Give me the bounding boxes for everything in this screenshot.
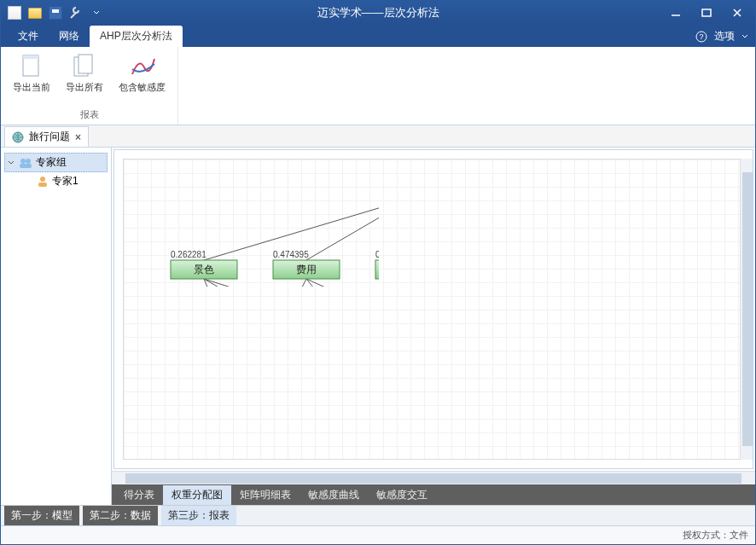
step-tabs: 第一步：模型第二步：数据第三步：报表	[1, 505, 755, 525]
main-area: 专家组 专家1	[1, 148, 755, 505]
tree-node-label: 专家组	[36, 155, 67, 170]
menu-tab-ahp[interactable]: AHP层次分析法	[90, 26, 183, 47]
menu-tab-file[interactable]: 文件	[8, 26, 49, 47]
user-icon	[37, 176, 49, 188]
ribbon-item-label: 导出当前	[13, 81, 50, 94]
ribbon: 导出当前导出所有包含敏感度 报表	[1, 47, 755, 125]
tree-node-label: 专家1	[52, 174, 79, 188]
maximize-icon	[701, 8, 712, 18]
svg-point-12	[40, 177, 45, 182]
close-button[interactable]	[723, 4, 752, 21]
step-tab[interactable]: 第三步：报表	[161, 506, 236, 525]
app-window: 迈实学术——层次分析法 文件网络AHP层次分析法 ? 选项 导出当前导出所有包含…	[0, 0, 756, 545]
tools-icon	[69, 6, 83, 20]
globe-icon	[12, 131, 24, 143]
ribbon-group-report: 导出当前导出所有包含敏感度 报表	[1, 47, 178, 125]
svg-rect-13	[38, 183, 47, 187]
ribbon-item-label: 包含敏感度	[119, 81, 166, 94]
folder-open-icon	[28, 8, 42, 19]
qat-tools-button[interactable]	[67, 4, 84, 21]
inner-tab[interactable]: 得分表	[115, 485, 163, 505]
qat-open-button[interactable]	[26, 4, 44, 21]
inner-tab[interactable]: 敏感度曲线	[299, 485, 368, 505]
group-icon	[19, 157, 32, 169]
svg-point-9	[20, 159, 26, 164]
qat-save-button[interactable]	[47, 4, 64, 21]
window-controls	[661, 4, 755, 21]
pages-icon	[71, 52, 98, 79]
node-weight: 0.474395	[273, 250, 309, 259]
node-weight: 0.262281	[171, 250, 206, 259]
step-tab[interactable]: 第一步：模型	[4, 506, 79, 525]
document-tab-label: 旅行问题	[29, 130, 70, 144]
status-bar: 授权方式：文件	[1, 525, 755, 544]
vertical-scrollbar[interactable]	[740, 159, 753, 460]
status-auth: 授权方式：文件	[683, 529, 748, 542]
minimize-icon	[671, 8, 681, 18]
page-icon	[18, 52, 45, 79]
svg-rect-11	[20, 164, 32, 168]
inner-tab[interactable]: 权重分配图	[163, 485, 231, 505]
chevron-down-icon	[741, 33, 748, 40]
node-weight: 0.0544921	[375, 250, 379, 259]
edge	[251, 279, 306, 287]
document-tab-close[interactable]: ×	[75, 131, 81, 143]
edge	[306, 279, 379, 287]
qat-new-button[interactable]	[6, 4, 23, 21]
hierarchy-diagram: 旅游问题景色0.262281费用0.474395居住0.0544921饮食0.0…	[123, 159, 379, 287]
inner-tabs: 得分表权重分配图矩阵明细表敏感度曲线敏感度交互	[112, 484, 755, 505]
chevron-down-icon	[93, 9, 100, 16]
svg-rect-17	[375, 260, 379, 279]
titlebar: 迈实学术——层次分析法	[1, 1, 755, 25]
node-label: 费用	[296, 264, 317, 275]
canvas-wrap: 旅游问题景色0.262281费用0.474395居住0.0544921饮食0.0…	[112, 148, 755, 505]
tree-panel: 专家组 专家1	[1, 148, 112, 505]
diagram-canvas[interactable]: 旅游问题景色0.262281费用0.474395居住0.0544921饮食0.0…	[113, 149, 753, 469]
ribbon-export-current-button[interactable]: 导出当前	[9, 50, 54, 96]
save-icon	[49, 6, 62, 20]
inner-tab[interactable]: 敏感度交互	[368, 485, 436, 505]
svg-point-10	[26, 159, 31, 164]
close-icon	[732, 8, 742, 18]
diagram-node[interactable]: 景色0.262281	[171, 250, 237, 279]
minimize-button[interactable]	[661, 4, 690, 21]
quick-access-toolbar	[1, 4, 110, 21]
ribbon-export-all-button[interactable]: 导出所有	[62, 50, 107, 96]
inner-tab[interactable]: 矩阵明细表	[231, 485, 299, 505]
help-icon[interactable]: ?	[695, 31, 707, 43]
tree-node-expert-group[interactable]: 专家组	[4, 153, 108, 172]
menu-tabs: 文件网络AHP层次分析法 ? 选项	[1, 25, 755, 47]
tree-node-expert[interactable]: 专家1	[4, 172, 108, 190]
qat-dropdown-button[interactable]	[88, 4, 105, 21]
edge	[204, 279, 379, 287]
menu-tab-network[interactable]: 网络	[49, 26, 90, 47]
diagram-node[interactable]: 居住0.0544921	[375, 250, 379, 279]
ribbon-group-name: 报表	[80, 107, 99, 123]
step-tab[interactable]: 第二步：数据	[83, 506, 158, 525]
node-label: 景色	[194, 264, 214, 275]
svg-rect-7	[79, 55, 92, 73]
svg-rect-1	[702, 9, 711, 16]
horizontal-scrollbar[interactable]	[112, 471, 755, 484]
collapse-icon[interactable]	[7, 159, 15, 167]
document-icon	[8, 6, 21, 20]
edge	[306, 279, 379, 287]
diagram-node[interactable]: 费用0.474395	[273, 250, 340, 279]
curve-icon	[129, 52, 156, 79]
document-tab[interactable]: 旅行问题 ×	[4, 126, 89, 147]
edge	[204, 279, 379, 287]
ribbon-item-label: 导出所有	[66, 81, 103, 94]
options-label[interactable]: 选项	[714, 29, 735, 43]
document-tab-row: 旅行问题 ×	[1, 125, 755, 148]
maximize-button[interactable]	[692, 4, 721, 21]
svg-text:?: ?	[699, 32, 703, 41]
edge	[306, 198, 379, 260]
svg-rect-5	[23, 55, 38, 59]
window-title: 迈实学术——层次分析法	[317, 5, 439, 20]
ribbon-include-sensitivity-button[interactable]: 包含敏感度	[115, 50, 169, 96]
